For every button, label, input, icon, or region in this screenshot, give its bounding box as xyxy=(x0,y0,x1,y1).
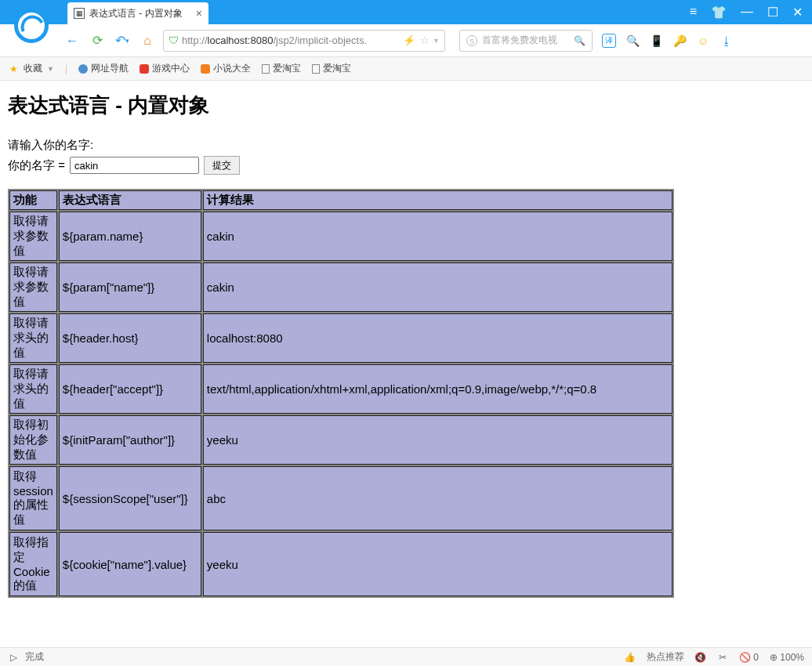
app-icon xyxy=(140,64,149,74)
file-icon xyxy=(262,64,270,74)
statusbar: ▷ 完成 👍 热点推荐 🔇 ✂ 🚫 0 ⊕ 100% xyxy=(0,647,812,666)
prompt-label: 请输入你的名字: xyxy=(8,138,804,153)
page-icon: ▦ xyxy=(74,8,85,19)
search-box[interactable]: S 首富将免费发电视 🔍 xyxy=(459,30,593,52)
adblock-count[interactable]: 🚫 0 xyxy=(739,652,759,663)
bookmark-item[interactable]: 小说大全 xyxy=(201,62,251,75)
submit-button[interactable]: 提交 xyxy=(204,156,240,175)
table-row: 取得请求参数值${param["name"]}cakin xyxy=(9,262,672,312)
url-input[interactable]: 🛡 http://localhost:8080/jsp2/implicit-ob… xyxy=(163,30,445,52)
lens-icon[interactable]: 🔍 xyxy=(625,34,640,48)
app-icon xyxy=(201,64,210,74)
minimize-icon[interactable]: — xyxy=(741,5,753,20)
titlebar: ▦ 表达式语言 - 内置对象 × ≡ 👕 — ☐ ✕ xyxy=(0,0,812,24)
table-row: 取得初始化参数值${initParam["author"]}yeeku xyxy=(9,415,672,465)
zoom-control[interactable]: ⊕ 100% xyxy=(770,652,804,663)
browser-tab[interactable]: ▦ 表达式语言 - 内置对象 × xyxy=(67,2,208,24)
hot-label[interactable]: 热点推荐 xyxy=(647,650,684,664)
search-icon[interactable]: 🔍 xyxy=(574,35,585,46)
url-pre: http:// xyxy=(182,34,208,46)
name-label: 你的名字 = xyxy=(8,158,65,173)
urlbar-right: S 首富将免费发电视 🔍 译 🔍 📱 🔑 ☺ ⭳ xyxy=(459,30,734,52)
table-row: 取得session的属性值${sessionScope["user"]}abc xyxy=(9,466,672,530)
extension-icons: 译 🔍 📱 🔑 ☺ ⭳ xyxy=(602,34,734,48)
chevron-down-icon: ▼ xyxy=(47,65,54,73)
col-header: 功能 xyxy=(9,190,57,210)
face-icon[interactable]: ☺ xyxy=(696,34,710,48)
name-input[interactable] xyxy=(70,157,199,174)
urlbar: ← ⟳ ↶▾ ⌂ 🛡 http://localhost:8080/jsp2/im… xyxy=(0,24,812,57)
bookmark-item[interactable]: 网址导航 xyxy=(78,62,129,75)
file-icon xyxy=(312,64,320,74)
table-row: 取得请求参数值${param.name}cakin xyxy=(9,212,672,261)
divider: | xyxy=(65,63,67,74)
url-host: localhost:8080 xyxy=(208,34,274,46)
table-row: 取得请求头的值${header["accept"]}text/html,appl… xyxy=(9,364,672,414)
table-row: 取得请求头的值${header.host}localhost:8080 xyxy=(9,313,672,363)
close-icon[interactable]: ✕ xyxy=(792,5,803,20)
page-content: 表达式语言 - 内置对象 请输入你的名字: 你的名字 = 提交 功能 表达式语言… xyxy=(0,81,812,647)
engine-icon: S xyxy=(466,35,477,46)
col-header: 计算结果 xyxy=(203,190,672,210)
reload-icon[interactable]: ⟳ xyxy=(88,31,107,50)
play-icon[interactable]: ▷ xyxy=(8,652,19,663)
home-icon[interactable]: ⌂ xyxy=(138,31,157,50)
mute-icon[interactable]: 🔇 xyxy=(695,652,706,663)
result-table: 功能 表达式语言 计算结果 取得请求参数值${param.name}cakin … xyxy=(8,189,674,598)
window-controls: ≡ 👕 — ☐ ✕ xyxy=(680,0,812,24)
url-path: /jsp2/implicit-objects. xyxy=(273,34,367,46)
bookmarks-bar: ★ 收藏 ▼ | 网址导航 游戏中心 小说大全 爱淘宝 爱淘宝 xyxy=(0,57,812,81)
star-icon[interactable]: ☆ xyxy=(420,34,430,46)
form-row: 你的名字 = 提交 xyxy=(8,156,804,175)
close-tab-icon[interactable]: × xyxy=(196,7,202,20)
favorites-label: 收藏 xyxy=(24,62,42,75)
like-icon[interactable]: 👍 xyxy=(624,652,636,663)
maximize-icon[interactable]: ☐ xyxy=(767,5,778,20)
table-row: 取得指定Cookie的值${cookie["name"].value}yeeku xyxy=(9,532,672,596)
status-text: 完成 xyxy=(25,650,44,664)
bookmark-item[interactable]: 游戏中心 xyxy=(140,62,190,75)
browser-logo xyxy=(14,9,49,43)
table-header-row: 功能 表达式语言 计算结果 xyxy=(9,190,672,210)
star-icon: ★ xyxy=(9,63,20,74)
menu-icon[interactable]: ≡ xyxy=(690,5,697,20)
bookmark-item[interactable]: 爱淘宝 xyxy=(262,62,301,75)
bookmark-item[interactable]: 爱淘宝 xyxy=(312,62,351,75)
page-title: 表达式语言 - 内置对象 xyxy=(8,92,804,119)
tab-title: 表达式语言 - 内置对象 xyxy=(89,7,183,20)
lightning-icon[interactable]: ⚡ xyxy=(403,34,415,46)
col-header: 表达式语言 xyxy=(59,190,201,210)
translate-icon[interactable]: 译 xyxy=(602,34,616,48)
phone-icon[interactable]: 📱 xyxy=(649,34,663,48)
skin-icon[interactable]: 👕 xyxy=(711,5,727,20)
undo-icon[interactable]: ↶▾ xyxy=(113,31,132,50)
download-icon[interactable]: ⭳ xyxy=(720,34,734,48)
snip-icon[interactable]: ✂ xyxy=(717,652,728,663)
favorites-button[interactable]: ★ 收藏 ▼ xyxy=(9,62,54,75)
back-icon[interactable]: ← xyxy=(63,31,82,50)
globe-icon xyxy=(78,64,88,74)
search-placeholder: 首富将免费发电视 xyxy=(482,34,557,47)
shield-icon: 🛡 xyxy=(169,34,179,46)
dropdown-icon[interactable]: ▼ xyxy=(433,37,440,45)
key-icon[interactable]: 🔑 xyxy=(672,34,687,48)
